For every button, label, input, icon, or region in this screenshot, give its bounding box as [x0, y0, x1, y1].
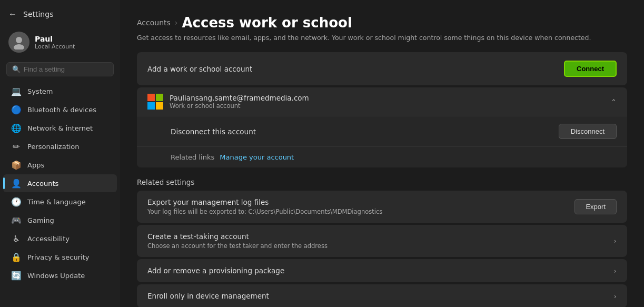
sidebar-item-label: Gaming: [27, 216, 54, 224]
chevron-right-icon: ›: [614, 267, 617, 275]
sidebar-item-bluetooth[interactable]: 🔵 Bluetooth & devices: [3, 101, 117, 118]
related-links-label: Related links: [171, 153, 214, 161]
sidebar-item-privacy[interactable]: 🔒 Privacy & security: [3, 248, 117, 266]
settings-item-right: Export: [574, 199, 617, 214]
search-icon: 🔍: [12, 65, 21, 73]
microsoft-logo: [147, 94, 163, 110]
user-section: Paul Local Account: [0, 26, 120, 60]
account-left: Pauliansang.samte@framedmedia.com Work o…: [147, 94, 309, 110]
disconnect-label: Disconnect this account: [171, 127, 256, 136]
sidebar-item-personalization[interactable]: ✏️ Personalization: [3, 137, 117, 155]
gaming-icon: 🎮: [12, 215, 21, 225]
settings-item-2[interactable]: Add or remove a provisioning package ›: [137, 259, 627, 282]
add-account-row: Add a work or school account Connect: [137, 52, 627, 85]
connect-button[interactable]: Connect: [564, 61, 617, 77]
settings-item-3[interactable]: Enroll only in device management ›: [137, 284, 627, 307]
user-info: Paul Local Account: [35, 35, 75, 50]
accessibility-icon: ♿: [12, 234, 21, 243]
sidebar-item-label: System: [27, 87, 53, 95]
settings-item-title: Create a test-taking account: [147, 232, 328, 241]
account-header[interactable]: Pauliansang.samte@framedmedia.com Work o…: [137, 87, 627, 116]
sidebar-item-label: Time & language: [27, 198, 86, 206]
settings-item-right: ›: [614, 237, 617, 245]
sidebar-item-label: Accessibility: [27, 235, 70, 243]
sidebar-item-label: Privacy & security: [27, 253, 89, 261]
page-description: Get access to resources like email, apps…: [137, 34, 627, 42]
breadcrumb: Accounts › Access work or school: [137, 15, 627, 31]
chevron-up-icon: ⌃: [611, 98, 617, 106]
settings-item-left: Add or remove a provisioning package: [147, 266, 284, 275]
account-expanded-panel: Disconnect this account Disconnect: [137, 116, 627, 146]
add-account-label: Add a work or school account: [147, 65, 252, 73]
settings-item-desc: Your log files will be exported to: C:\U…: [147, 208, 382, 215]
system-icon: 💻: [12, 86, 21, 96]
sidebar-item-network[interactable]: 🌐 Network & internet: [3, 119, 117, 137]
page-title: Access work or school: [182, 15, 352, 31]
settings-item-title: Add or remove a provisioning package: [147, 266, 284, 275]
search-input[interactable]: [24, 65, 108, 73]
chevron-right-icon: ›: [614, 237, 617, 245]
main-content: Accounts › Access work or school Get acc…: [120, 0, 644, 307]
settings-item-left: Enroll only in device management: [147, 292, 269, 300]
svg-point-0: [16, 37, 22, 43]
settings-item-left: Export your management log files Your lo…: [147, 198, 382, 215]
disconnect-button[interactable]: Disconnect: [559, 124, 617, 139]
related-links-row: Related links Manage your account: [137, 146, 627, 167]
settings-item-right: ›: [614, 267, 617, 275]
disconnect-row: Disconnect this account Disconnect: [171, 124, 617, 139]
sidebar-item-label: Bluetooth & devices: [27, 106, 96, 114]
privacy-icon: 🔒: [12, 252, 21, 262]
avatar: [8, 32, 29, 53]
settings-item-title: Export your management log files: [147, 198, 382, 206]
settings-item-desc: Choose an account for the test taker and…: [147, 242, 328, 250]
back-button[interactable]: ←: [6, 7, 19, 21]
settings-item-right: ›: [614, 292, 617, 300]
chevron-right-icon: ›: [614, 292, 617, 300]
sidebar-item-label: Windows Update: [27, 272, 85, 280]
search-box: 🔍: [6, 62, 114, 76]
sidebar-item-apps[interactable]: 📦 Apps: [3, 156, 117, 174]
sidebar-item-label: Apps: [27, 161, 44, 169]
update-icon: 🔄: [12, 271, 21, 280]
accounts-icon: 👤: [12, 179, 21, 188]
sidebar-item-time[interactable]: 🕐 Time & language: [3, 193, 117, 211]
sidebar-item-gaming[interactable]: 🎮 Gaming: [3, 211, 117, 229]
sidebar-nav: 💻 System 🔵 Bluetooth & devices 🌐 Network…: [0, 82, 120, 285]
user-name: Paul: [35, 35, 75, 43]
account-details: Pauliansang.samte@framedmedia.com Work o…: [170, 94, 309, 110]
settings-item-1[interactable]: Create a test-taking account Choose an a…: [137, 225, 627, 257]
settings-items-container: Export your management log files Your lo…: [137, 191, 627, 307]
breadcrumb-separator: ›: [175, 18, 178, 27]
time-icon: 🕐: [12, 197, 21, 206]
sidebar-item-accounts[interactable]: 👤 Accounts: [3, 174, 117, 192]
account-type: Work or school account: [170, 102, 309, 110]
export-button[interactable]: Export: [574, 199, 617, 214]
account-email: Pauliansang.samte@framedmedia.com: [170, 94, 309, 102]
settings-item-0[interactable]: Export your management log files Your lo…: [137, 191, 627, 223]
sidebar-item-label: Network & internet: [27, 124, 93, 132]
network-icon: 🌐: [12, 123, 21, 133]
settings-title: Settings: [23, 10, 53, 18]
svg-point-1: [14, 44, 24, 49]
sidebar-item-update[interactable]: 🔄 Windows Update: [3, 266, 117, 284]
add-account-card: Add a work or school account Connect: [137, 52, 627, 85]
user-sub: Local Account: [35, 43, 75, 50]
breadcrumb-parent[interactable]: Accounts: [137, 18, 171, 27]
sidebar-item-system[interactable]: 💻 System: [3, 82, 117, 100]
sidebar-header: ← Settings: [0, 0, 120, 26]
manage-account-link[interactable]: Manage your account: [220, 153, 294, 161]
apps-icon: 📦: [12, 160, 21, 170]
bluetooth-icon: 🔵: [12, 105, 21, 114]
settings-item-title: Enroll only in device management: [147, 292, 269, 300]
personalization-icon: ✏️: [12, 142, 21, 151]
sidebar-item-label: Accounts: [27, 180, 58, 187]
sidebar-item-label: Personalization: [27, 143, 80, 151]
sidebar-item-accessibility[interactable]: ♿ Accessibility: [3, 230, 117, 247]
settings-item-left: Create a test-taking account Choose an a…: [147, 232, 328, 250]
connected-account-card: Pauliansang.samte@framedmedia.com Work o…: [137, 87, 627, 167]
sidebar: ← Settings Paul Local Account 🔍 💻 System…: [0, 0, 120, 307]
related-settings-title: Related settings: [137, 178, 627, 186]
